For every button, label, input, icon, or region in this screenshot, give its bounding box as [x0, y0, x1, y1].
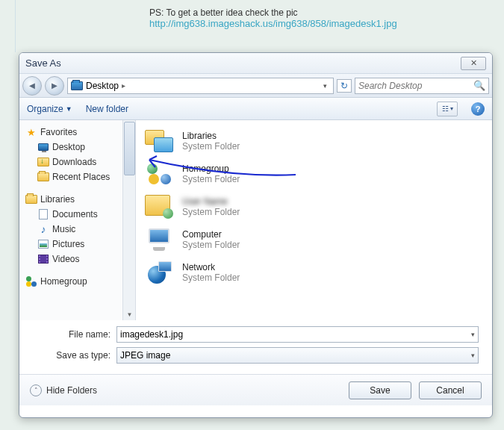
sidebar-item-desktop[interactable]: Desktop — [25, 140, 135, 155]
chevron-down-icon: ▼ — [66, 105, 72, 113]
star-icon: ★ — [25, 126, 37, 138]
breadcrumb-dropdown[interactable]: ▾ — [320, 82, 330, 90]
music-icon: ♪ — [37, 223, 49, 235]
dialog-title: Save As — [25, 57, 461, 69]
post-link[interactable]: http://img638.imageshack.us/img638/858/i… — [149, 18, 397, 29]
downloads-icon — [37, 158, 49, 166]
filename-combobox[interactable]: ▾ — [116, 326, 479, 343]
scroll-down-icon[interactable]: ▼ — [123, 310, 136, 320]
breadcrumb-bar[interactable]: Desktop ▸ ▾ — [67, 78, 334, 94]
search-input[interactable] — [358, 81, 473, 91]
organize-menu[interactable]: Organize ▼ — [27, 104, 72, 114]
footer: ˄ Hide Folders Save Cancel — [19, 374, 492, 405]
savetype-combobox[interactable]: JPEG image ▾ — [116, 347, 479, 364]
search-box[interactable]: 🔍 — [355, 78, 489, 94]
blurred-username: User Name — [182, 196, 240, 207]
savetype-label: Save as type: — [33, 350, 116, 361]
post-text: PS: To get a better idea check the pic h… — [149, 7, 397, 29]
user-folder-icon — [145, 195, 173, 219]
list-item[interactable]: Homegroup System Folder — [142, 158, 486, 190]
sidebar-item-pictures[interactable]: Pictures — [25, 237, 135, 252]
savetype-value: JPEG image — [120, 350, 170, 361]
sidebar-item-recent-places[interactable]: Recent Places — [25, 169, 135, 184]
back-button[interactable]: ◄ — [22, 76, 42, 96]
homegroup-icon — [146, 162, 172, 186]
sidebar-item-documents[interactable]: Documents — [25, 207, 135, 222]
content-pane[interactable]: Libraries System Folder Homegroup System… — [136, 120, 492, 320]
hide-folders-button[interactable]: ˄ Hide Folders — [30, 384, 97, 396]
help-button[interactable]: ? — [471, 102, 485, 116]
chevron-down-icon[interactable]: ▾ — [468, 331, 475, 338]
save-button[interactable]: Save — [349, 381, 411, 399]
cancel-button[interactable]: Cancel — [419, 381, 482, 399]
list-item[interactable]: Network System Folder — [142, 256, 486, 289]
filename-label: File name: — [33, 329, 116, 340]
forward-button[interactable]: ► — [45, 76, 64, 96]
post-line: PS: To get a better idea check the pic — [149, 7, 397, 18]
sidebar-scrollbar[interactable]: ▲ ▼ — [122, 120, 135, 320]
list-item[interactable]: Computer System Folder — [142, 223, 486, 256]
videos-icon — [38, 255, 49, 264]
new-folder-button[interactable]: New folder — [86, 104, 128, 114]
sidebar-group-favorites[interactable]: ★ Favorites — [25, 125, 135, 140]
search-icon[interactable]: 🔍 — [473, 80, 485, 91]
sidebar-group-homegroup[interactable]: Homegroup — [25, 274, 135, 289]
titlebar: Save As ✕ — [19, 53, 492, 74]
sidebar-group-libraries[interactable]: Libraries — [25, 192, 135, 207]
chevron-up-icon: ˄ — [30, 384, 42, 396]
sidebar-item-music[interactable]: ♪ Music — [25, 222, 135, 237]
view-mode-button[interactable]: ☷▾ — [437, 102, 458, 116]
desktop-icon — [38, 143, 49, 151]
pictures-icon — [38, 240, 49, 249]
scroll-thumb[interactable] — [124, 122, 135, 175]
fields-area: File name: ▾ Save as type: JPEG image ▾ — [19, 320, 492, 374]
libraries-icon — [25, 195, 37, 204]
save-as-dialog: Save As ✕ ◄ ► Desktop ▸ ▾ ↻ 🔍 Organize ▼… — [19, 52, 493, 418]
chevron-right-icon[interactable]: ▸ — [122, 81, 125, 90]
filename-input[interactable] — [120, 329, 468, 340]
close-button[interactable]: ✕ — [461, 57, 486, 70]
body-area: ★ Favorites Desktop Downloads Recent Pla… — [19, 120, 492, 320]
network-icon — [146, 261, 172, 284]
homegroup-icon — [26, 276, 37, 287]
computer-icon — [146, 228, 172, 251]
sidebar-item-downloads[interactable]: Downloads — [25, 155, 135, 169]
nav-bar: ◄ ► Desktop ▸ ▾ ↻ 🔍 — [19, 74, 492, 98]
breadcrumb-location: Desktop — [86, 81, 119, 91]
libraries-icon — [145, 130, 173, 152]
list-item[interactable]: User Name System Folder — [142, 190, 486, 223]
toolbar: Organize ▼ New folder ☷▾ ? — [19, 98, 492, 120]
sidebar: ★ Favorites Desktop Downloads Recent Pla… — [19, 120, 136, 320]
folder-icon — [37, 172, 49, 181]
sidebar-item-videos[interactable]: Videos — [25, 252, 135, 267]
list-item[interactable]: Libraries System Folder — [142, 125, 486, 158]
refresh-button[interactable]: ↻ — [337, 79, 352, 93]
document-icon — [39, 209, 48, 219]
desktop-icon — [71, 81, 83, 90]
chevron-down-icon[interactable]: ▾ — [468, 352, 475, 359]
